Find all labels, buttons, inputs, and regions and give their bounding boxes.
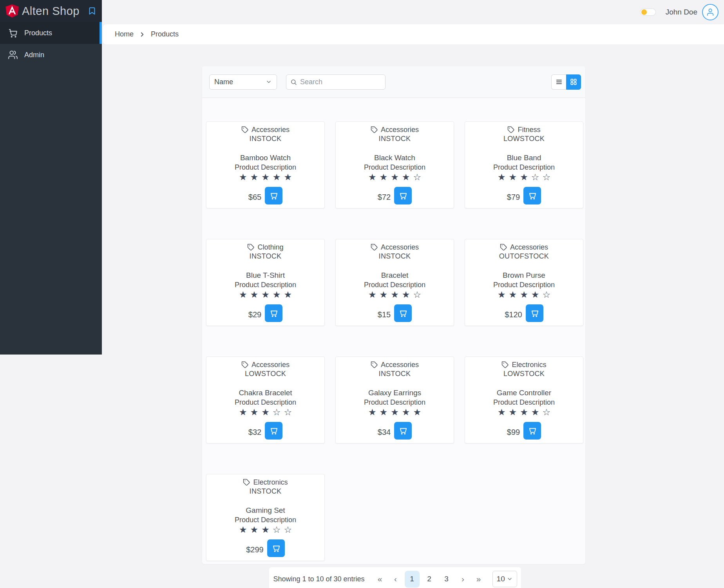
add-to-cart-button[interactable] bbox=[523, 187, 541, 204]
product-name: Bracelet bbox=[381, 271, 409, 280]
product-card: Electronics LOWSTOCK Game Controller Pro… bbox=[465, 356, 583, 443]
sort-select[interactable]: Name bbox=[209, 74, 277, 90]
star-filled-icon: ★ bbox=[368, 407, 376, 417]
first-page-button[interactable]: « bbox=[373, 571, 387, 587]
tag-icon bbox=[241, 126, 249, 134]
tag-icon bbox=[241, 361, 249, 369]
prev-page-button[interactable]: ‹ bbox=[389, 571, 402, 587]
product-price: $65 bbox=[248, 193, 261, 202]
product-price: $120 bbox=[505, 310, 522, 319]
star-filled-icon: ★ bbox=[368, 290, 376, 300]
product-description: Product Description bbox=[364, 281, 425, 289]
product-category-row: Accessories bbox=[241, 126, 290, 134]
last-page-button[interactable]: » bbox=[472, 571, 485, 587]
star-filled-icon: ★ bbox=[284, 290, 292, 300]
buy-row: $32 bbox=[248, 422, 282, 440]
page-size-value: 10 bbox=[497, 575, 505, 583]
user-avatar[interactable] bbox=[702, 4, 719, 20]
buy-row: $99 bbox=[507, 422, 541, 440]
tag-icon bbox=[371, 126, 378, 134]
pagination-summary: Showing 1 to 10 of 30 entries bbox=[273, 575, 364, 583]
add-to-cart-button[interactable] bbox=[265, 304, 282, 322]
star-filled-icon: ★ bbox=[402, 290, 410, 300]
sidebar-item-admin[interactable]: Admin bbox=[0, 44, 102, 66]
theme-toggle[interactable] bbox=[641, 9, 655, 15]
product-category: Clothing bbox=[257, 243, 283, 251]
star-filled-icon: ★ bbox=[261, 172, 270, 182]
grid-icon bbox=[570, 78, 577, 85]
breadcrumb-current[interactable]: Products bbox=[151, 30, 179, 38]
grid-view-button[interactable] bbox=[566, 74, 581, 90]
list-icon bbox=[556, 78, 563, 85]
product-card: Accessories INSTOCK Bamboo Watch Product… bbox=[206, 121, 325, 208]
user-icon bbox=[706, 8, 715, 16]
cart-icon bbox=[530, 309, 539, 318]
add-to-cart-button[interactable] bbox=[394, 422, 412, 440]
product-card: Accessories INSTOCK Bracelet Product Des… bbox=[335, 239, 454, 326]
sidebar: Alten Shop Products bbox=[0, 0, 102, 355]
tag-icon bbox=[371, 244, 378, 251]
star-filled-icon: ★ bbox=[250, 290, 259, 300]
rating-stars: ★★★★☆ bbox=[498, 407, 550, 417]
product-price: $299 bbox=[246, 545, 264, 554]
product-card: Accessories INSTOCK Black Watch Product … bbox=[335, 121, 454, 208]
star-filled-icon: ★ bbox=[391, 290, 399, 300]
star-filled-icon: ★ bbox=[380, 172, 388, 182]
star-filled-icon: ★ bbox=[250, 172, 259, 182]
star-filled-icon: ★ bbox=[239, 407, 247, 417]
add-to-cart-button[interactable] bbox=[265, 187, 282, 204]
add-to-cart-button[interactable] bbox=[526, 304, 543, 322]
tag-icon bbox=[500, 244, 507, 251]
rating-stars: ★★★★★ bbox=[239, 290, 292, 300]
rating-stars: ★★★★☆ bbox=[498, 290, 550, 300]
star-filled-icon: ★ bbox=[273, 172, 281, 182]
breadcrumb-home[interactable]: Home bbox=[115, 30, 134, 38]
sidebar-item-products[interactable]: Products bbox=[0, 22, 102, 44]
tag-icon bbox=[371, 361, 378, 369]
product-stock-status: INSTOCK bbox=[250, 252, 282, 261]
tag-icon bbox=[247, 244, 255, 251]
product-price: $34 bbox=[378, 428, 391, 437]
page-buttons: 123 bbox=[405, 571, 454, 588]
buy-row: $15 bbox=[378, 304, 412, 322]
star-filled-icon: ★ bbox=[261, 525, 270, 535]
product-card: Fitness LOWSTOCK Blue Band Product Descr… bbox=[465, 121, 583, 208]
product-price: $79 bbox=[507, 193, 520, 202]
star-filled-icon: ★ bbox=[520, 172, 528, 182]
product-category: Accessories bbox=[381, 243, 419, 251]
page-button-2[interactable]: 2 bbox=[422, 571, 437, 588]
product-description: Product Description bbox=[235, 398, 296, 407]
add-to-cart-button[interactable] bbox=[265, 422, 282, 440]
product-price: $29 bbox=[248, 310, 261, 319]
add-to-cart-button[interactable] bbox=[394, 304, 412, 322]
sidebar-item-label: Admin bbox=[24, 51, 44, 59]
product-stock-status: LOWSTOCK bbox=[245, 370, 286, 378]
rating-stars: ★★★★★ bbox=[239, 172, 292, 182]
page-button-1[interactable]: 1 bbox=[405, 571, 420, 588]
page-button-3[interactable]: 3 bbox=[439, 571, 454, 588]
product-card: Accessories INSTOCK Galaxy Earrings Prod… bbox=[335, 356, 454, 443]
sidebar-item-label: Products bbox=[24, 29, 52, 37]
bookmark-icon[interactable] bbox=[87, 5, 97, 17]
product-name: Chakra Bracelet bbox=[239, 389, 292, 397]
list-view-button[interactable] bbox=[551, 74, 566, 90]
rating-stars: ★★★★☆ bbox=[368, 172, 421, 182]
add-to-cart-button[interactable] bbox=[394, 187, 412, 204]
add-to-cart-button[interactable] bbox=[267, 539, 285, 557]
product-description: Product Description bbox=[493, 163, 555, 172]
search-input[interactable] bbox=[300, 78, 381, 86]
sidebar-header: Alten Shop bbox=[0, 0, 102, 22]
rating-stars: ★★★★☆ bbox=[368, 290, 421, 300]
add-to-cart-button[interactable] bbox=[523, 422, 541, 440]
product-name: Galaxy Earrings bbox=[368, 389, 421, 397]
next-page-button[interactable]: › bbox=[456, 571, 470, 587]
view-toggle bbox=[551, 74, 581, 90]
product-stock-status: INSTOCK bbox=[379, 135, 411, 143]
breadcrumb: Home Products bbox=[103, 24, 724, 44]
product-description: Product Description bbox=[364, 398, 425, 407]
buy-row: $72 bbox=[378, 187, 412, 204]
star-filled-icon: ★ bbox=[273, 290, 281, 300]
chevron-down-icon bbox=[266, 79, 272, 85]
product-card: Accessories OUTOFSTOCK Brown Purse Produ… bbox=[465, 239, 583, 326]
page-size-select[interactable]: 10 bbox=[492, 571, 517, 587]
